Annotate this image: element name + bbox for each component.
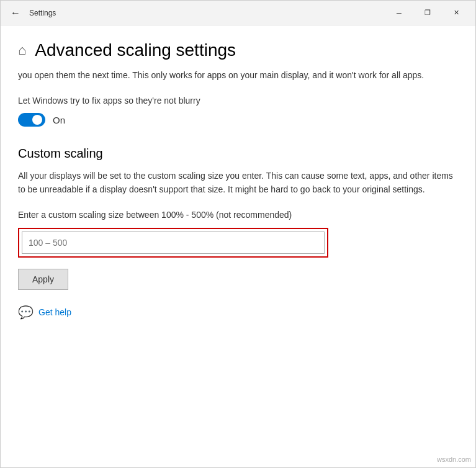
custom-scaling-heading: Custom scaling [18, 146, 458, 161]
toggle-row: On [18, 113, 458, 127]
back-button[interactable]: ← [8, 5, 23, 21]
toggle-label: Let Windows try to fix apps so they're n… [18, 96, 458, 106]
toggle-section: Let Windows try to fix apps so they're n… [18, 96, 458, 127]
blurry-apps-toggle[interactable] [18, 113, 45, 127]
get-help-link[interactable]: Get help [38, 307, 71, 317]
minimize-button[interactable]: ─ [385, 1, 413, 25]
custom-scaling-section: Custom scaling All your displays will be… [18, 146, 458, 305]
home-icon: ⌂ [18, 42, 26, 58]
page-header: ⌂ Advanced scaling settings [18, 40, 458, 60]
title-bar-controls: ─ ❐ ✕ [385, 1, 470, 25]
intro-text: you open them the next time. This only w… [18, 69, 458, 82]
input-label: Enter a custom scaling size between 100%… [18, 209, 458, 222]
scaling-input[interactable] [22, 232, 325, 254]
window-title: Settings [29, 9, 56, 17]
scaling-input-wrapper [18, 228, 328, 258]
content-area: ⌂ Advanced scaling settings you open the… [1, 25, 475, 467]
settings-window: ← Settings ─ ❐ ✕ ⌂ Advanced scaling sett… [0, 0, 476, 468]
title-bar-left: ← Settings [8, 5, 56, 21]
watermark: wsxdn.com [437, 456, 471, 463]
help-icon: 💬 [18, 305, 34, 320]
title-bar: ← Settings ─ ❐ ✕ [1, 1, 475, 25]
page-title: Advanced scaling settings [35, 40, 236, 60]
help-row: 💬 Get help [18, 305, 458, 320]
apply-button[interactable]: Apply [18, 269, 68, 290]
custom-scaling-description: All your displays will be set to the cus… [18, 169, 458, 196]
close-button[interactable]: ✕ [442, 1, 470, 25]
toggle-state-label: On [53, 115, 65, 125]
restore-button[interactable]: ❐ [413, 1, 442, 25]
